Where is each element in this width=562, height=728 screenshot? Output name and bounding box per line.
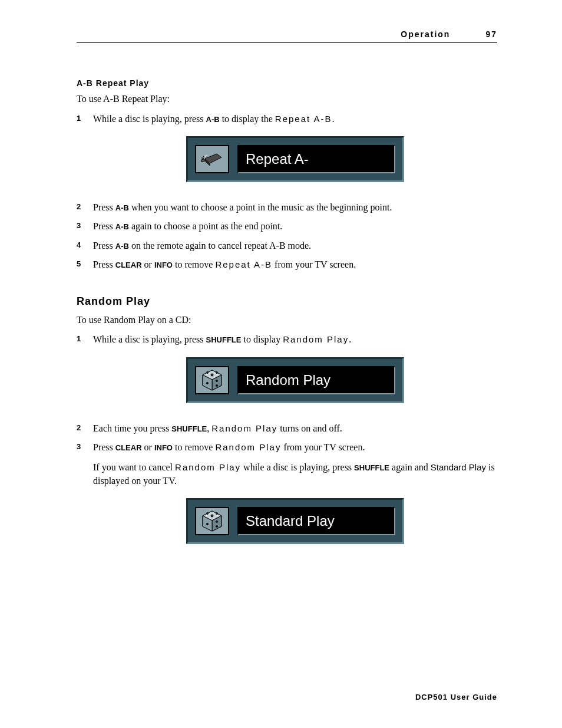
button-ab: A-B (115, 222, 129, 231)
svg-point-18 (216, 521, 218, 523)
dice-icon (195, 507, 229, 535)
button-ab: A-B (115, 242, 129, 251)
chapter-label: Operation (401, 29, 450, 39)
svg-point-20 (207, 523, 209, 525)
repeat-icon (195, 145, 229, 173)
step-text: Press CLEAR or INFO to remove Repeat A-B… (93, 258, 497, 271)
svg-point-15 (211, 515, 213, 517)
svg-point-9 (216, 384, 218, 386)
button-shuffle: SHUFFLE (206, 335, 242, 344)
random-play-intro: To use Random Play on a CD: (77, 314, 497, 327)
button-info: INFO (154, 261, 173, 269)
osd-text: Standard Play (246, 511, 335, 531)
osd-repeat-a: Repeat A- (186, 136, 404, 182)
svg-point-5 (211, 374, 213, 376)
ab-repeat-steps: While a disc is playing, press A-B to di… (77, 113, 497, 272)
step-text: Press CLEAR or INFO to remove Random Pla… (93, 441, 497, 557)
osd-standard-play: Standard Play (186, 498, 404, 544)
step-text: While a disc is playing, press A-B to di… (93, 113, 497, 195)
ab-repeat-heading: A-B Repeat Play (77, 78, 497, 88)
button-clear: CLEAR (115, 261, 142, 269)
step-text: Press A-B on the remote again to cancel … (93, 239, 497, 252)
ab-repeat-intro: To use A-B Repeat Play: (77, 93, 497, 106)
osd-text: Random Play (246, 370, 330, 390)
svg-point-16 (207, 513, 209, 515)
svg-point-10 (207, 382, 209, 384)
button-clear: CLEAR (115, 443, 142, 452)
button-ab: A-B (206, 115, 220, 124)
svg-point-8 (216, 380, 218, 381)
step-text: Press A-B again to choose a point as the… (93, 220, 497, 233)
svg-point-19 (216, 526, 218, 528)
button-ab: A-B (115, 203, 129, 212)
button-shuffle: SHUFFLE (354, 463, 389, 472)
svg-point-17 (216, 513, 218, 515)
page-header: Operation 97 (77, 29, 497, 43)
dice-icon (195, 366, 229, 394)
page-number: 97 (485, 29, 497, 39)
step-text: While a disc is playing, press SHUFFLE t… (93, 333, 497, 416)
random-play-heading: Random Play (77, 295, 497, 308)
step-text: Press A-B when you want to choose a poin… (93, 201, 497, 214)
svg-point-7 (216, 371, 218, 373)
button-shuffle: SHUFFLE (171, 424, 207, 433)
footer-guide-label: DCP501 User Guide (415, 693, 497, 701)
osd-random-play: Random Play (186, 357, 404, 403)
step-text: Each time you press SHUFFLE, Random Play… (93, 422, 497, 435)
svg-marker-0 (201, 156, 204, 159)
osd-text: Repeat A- (246, 149, 309, 169)
svg-point-6 (207, 371, 209, 373)
button-info: INFO (154, 443, 173, 452)
random-play-steps: While a disc is playing, press SHUFFLE t… (77, 333, 497, 557)
